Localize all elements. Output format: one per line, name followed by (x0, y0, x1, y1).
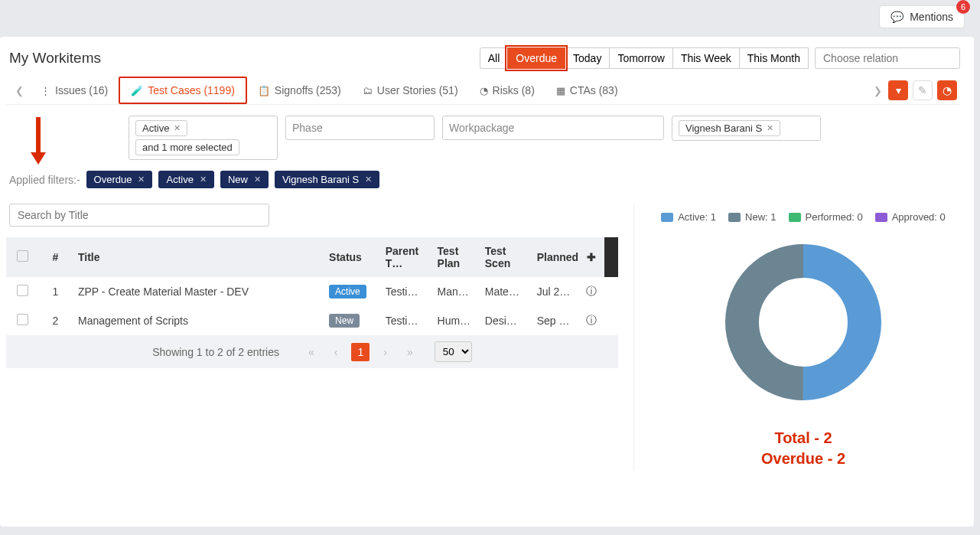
th-check (6, 237, 39, 277)
risks-icon: ◔ (480, 85, 488, 96)
close-icon[interactable]: ✕ (365, 175, 372, 184)
piechart-icon: ◔ (943, 84, 952, 96)
relation-input[interactable] (815, 47, 960, 69)
legend-item-new[interactable]: New: 1 (728, 211, 776, 223)
tab-signoffs[interactable]: 📋Signoffs (253) (247, 78, 352, 103)
funnel-icon: ▾ (896, 84, 901, 96)
tab-userstories[interactable]: 🗂User Stories (51) (352, 78, 469, 103)
edit-button[interactable]: ✎ (913, 80, 933, 100)
legend-item-approved[interactable]: Approved: 0 (875, 211, 946, 223)
user-filter[interactable]: Vignesh Barani S✕ (672, 116, 821, 141)
issues-icon: ⋮ (41, 85, 50, 96)
th-planned[interactable]: Planned (531, 237, 578, 277)
close-icon[interactable]: ✕ (254, 175, 261, 184)
th-status[interactable]: Status (323, 237, 379, 277)
info-icon[interactable]: ⓘ (586, 314, 597, 326)
status-filter[interactable]: Active✕ and 1 more selected (129, 116, 278, 160)
close-icon[interactable]: ✕ (174, 123, 181, 133)
flask-icon: 🧪 (131, 85, 143, 96)
mentions-button[interactable]: 💬 Mentions 6 (879, 5, 965, 28)
status-badge: Active (329, 285, 366, 298)
time-tab-overdue[interactable]: Overdue (507, 47, 565, 69)
close-icon[interactable]: ✕ (767, 123, 773, 133)
mentions-count-badge: 6 (956, 0, 970, 14)
tabs-prev-icon[interactable]: ❮ (9, 80, 30, 101)
th-num[interactable]: # (39, 237, 72, 277)
status-pill-active[interactable]: Active✕ (135, 120, 187, 136)
user-pill[interactable]: Vignesh Barani S✕ (679, 120, 780, 136)
chip-overdue[interactable]: Overdue✕ (86, 171, 153, 188)
page-size-select[interactable]: 50 (435, 341, 472, 362)
th-scroll (604, 237, 618, 277)
time-tab-all[interactable]: All (480, 47, 509, 69)
time-filter-group: All Overdue Today Tomorrow This Week Thi… (480, 47, 809, 69)
th-title[interactable]: Title (72, 237, 323, 277)
status-badge: New (329, 314, 360, 328)
select-all-checkbox[interactable] (17, 250, 28, 262)
th-parent[interactable]: Parent T… (379, 237, 431, 277)
workpackage-filter[interactable]: Workpackage (442, 116, 664, 140)
row-checkbox[interactable] (17, 314, 28, 325)
applied-filters-label: Applied filters:- (9, 174, 80, 186)
pager-first[interactable]: « (302, 343, 321, 361)
pager-last[interactable]: » (401, 343, 419, 361)
filter-toggle-button[interactable]: ▾ (888, 80, 908, 100)
tabs-next-icon[interactable]: ❯ (868, 80, 888, 101)
chart-legend: Active: 1 New: 1 Performed: 0 Approved: … (650, 211, 957, 223)
tab-risks[interactable]: ◔Risks (8) (469, 78, 545, 103)
th-add[interactable]: ✚ (578, 237, 604, 277)
search-input[interactable] (9, 204, 269, 227)
time-tab-tomorrow[interactable]: Tomorrow (609, 47, 672, 69)
th-plan[interactable]: Test Plan (431, 237, 479, 277)
table-row[interactable]: 2 Management of Scripts New Testi… Hum… … (6, 306, 618, 335)
pager-prev[interactable]: ‹ (328, 343, 344, 361)
mentions-label: Mentions (910, 11, 953, 23)
pager-next[interactable]: › (377, 343, 393, 361)
plus-icon: ✚ (587, 251, 596, 263)
table-row[interactable]: 1 ZPP - Create Material Master - DEV Act… (6, 277, 618, 306)
userstories-icon: 🗂 (363, 85, 373, 96)
donut-chart (650, 238, 957, 406)
chart-toggle-button[interactable]: ◔ (937, 80, 957, 100)
pager-current[interactable]: 1 (351, 343, 370, 361)
chip-active[interactable]: Active✕ (158, 171, 213, 188)
tab-issues[interactable]: ⋮Issues (16) (30, 78, 119, 103)
time-tab-today[interactable]: Today (565, 47, 610, 69)
tab-testcases[interactable]: 🧪Test Cases (1199) (119, 77, 247, 104)
chip-user[interactable]: Vignesh Barani S✕ (275, 171, 379, 188)
chat-icon: 💬 (890, 11, 903, 23)
time-tab-thismonth[interactable]: This Month (739, 47, 809, 69)
overdue-line: Overdue - 2 (650, 450, 957, 468)
phase-filter[interactable]: Phase (285, 116, 435, 140)
legend-item-performed[interactable]: Performed: 0 (789, 211, 863, 223)
signoffs-icon: 📋 (258, 85, 270, 96)
status-pill-more[interactable]: and 1 more selected (135, 139, 239, 155)
info-icon[interactable]: ⓘ (586, 285, 597, 297)
chip-new[interactable]: New✕ (220, 171, 269, 188)
page-title: My Workitems (9, 50, 101, 67)
close-icon[interactable]: ✕ (200, 175, 207, 184)
th-scen[interactable]: Test Scen (479, 237, 531, 277)
tab-ctas[interactable]: ▦CTAs (83) (545, 78, 629, 103)
edit-icon: ✎ (918, 84, 927, 96)
pagination: Showing 1 to 2 of 2 entries « ‹ 1 › » 50 (6, 335, 618, 368)
chart-totals: Total - 2 Overdue - 2 (650, 429, 957, 468)
row-checkbox[interactable] (17, 285, 28, 296)
pager-info: Showing 1 to 2 of 2 entries (152, 346, 279, 358)
time-tab-thisweek[interactable]: This Week (672, 47, 740, 69)
ctas-icon: ▦ (556, 85, 565, 96)
total-line: Total - 2 (650, 429, 957, 447)
workitems-table: # Title Status Parent T… Test Plan Test … (6, 237, 618, 335)
close-icon[interactable]: ✕ (138, 175, 145, 184)
legend-item-active[interactable]: Active: 1 (661, 211, 716, 223)
